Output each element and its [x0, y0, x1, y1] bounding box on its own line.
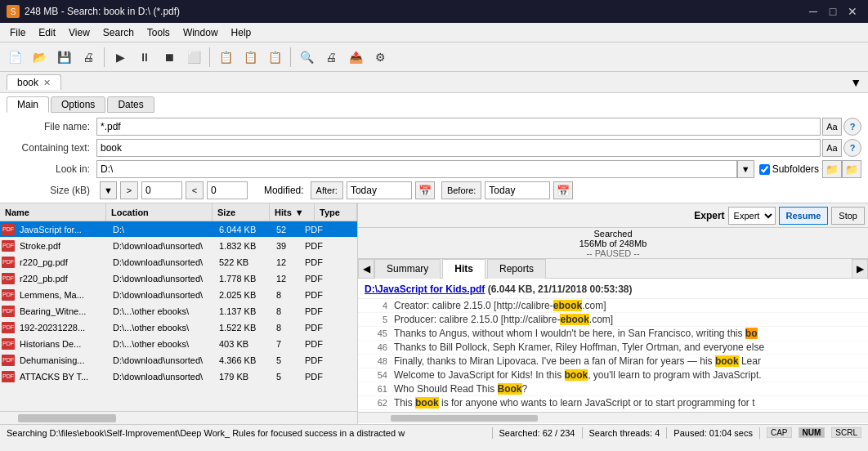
- col-header-type[interactable]: Type: [315, 203, 357, 221]
- settings-button[interactable]: ⚙: [369, 46, 391, 69]
- expert-dropdown[interactable]: Expert: [728, 207, 776, 225]
- table-row[interactable]: PDF 192-20231228... D:\...\other ebooks\…: [0, 319, 357, 336]
- table-row[interactable]: PDF Dehumanising... D:\download\unsorted…: [0, 352, 357, 368]
- play-button[interactable]: ▶: [109, 46, 132, 69]
- result-tab-left-arrow[interactable]: ◀: [358, 259, 374, 279]
- menu-edit[interactable]: Edit: [32, 25, 62, 40]
- result-line[interactable]: 48 Finally, thanks to Miran Lipovaca. I'…: [358, 355, 868, 368]
- text-help-button[interactable]: ?: [843, 139, 861, 157]
- size-lt-button[interactable]: <: [186, 181, 204, 199]
- col-header-location[interactable]: Location: [106, 203, 213, 221]
- search-tab-close[interactable]: ✕: [43, 78, 51, 88]
- size-gt-button[interactable]: >: [120, 181, 138, 199]
- search-tab-expand[interactable]: ▼: [850, 76, 861, 89]
- result-tab-summary[interactable]: Summary: [374, 259, 441, 279]
- minimize-button[interactable]: ─: [804, 3, 822, 20]
- table-row[interactable]: PDF r220_pg.pdf D:\download\unsorted\ 52…: [0, 254, 357, 270]
- table-row[interactable]: PDF r220_pb.pdf D:\download\unsorted\ 1.…: [0, 270, 357, 287]
- subfolders-label[interactable]: Subfolders: [759, 163, 819, 175]
- file-type-icon: PDF: [2, 322, 15, 333]
- new-button[interactable]: 📄: [3, 46, 26, 69]
- menu-window[interactable]: Window: [177, 25, 225, 40]
- file-name-input[interactable]: [96, 118, 821, 136]
- open-button[interactable]: 📂: [28, 46, 51, 69]
- paste2-button[interactable]: 📋: [263, 46, 286, 69]
- menu-view[interactable]: View: [62, 25, 96, 40]
- form-tab-dates[interactable]: Dates: [107, 96, 154, 113]
- print2-button[interactable]: 🖨: [320, 46, 342, 69]
- col-header-size[interactable]: Size: [213, 203, 270, 221]
- after-calendar-button[interactable]: 📅: [415, 181, 435, 199]
- result-tab-hits[interactable]: Hits: [442, 259, 485, 279]
- result-line[interactable]: 46 Thanks to Bill Pollock, Seph Kramer, …: [358, 341, 868, 355]
- result-line[interactable]: 45 Thanks to Angus, without whom I would…: [358, 327, 868, 341]
- form-tab-main[interactable]: Main: [7, 96, 49, 113]
- stop-button[interactable]: ⏹: [158, 46, 181, 69]
- subfolders-checkbox[interactable]: [759, 164, 770, 175]
- copy-button[interactable]: 📋: [214, 46, 237, 69]
- table-row[interactable]: PDF Stroke.pdf D:\download\unsorted\ 1.8…: [0, 238, 357, 254]
- col-header-name[interactable]: Name: [0, 203, 106, 221]
- browse-folder2-button[interactable]: 📁: [842, 160, 861, 178]
- result-line[interactable]: 54 Welcome to JavaScript for Kids! In th…: [358, 368, 868, 382]
- file-name-cell: Lemmens, Ma...: [16, 290, 110, 300]
- pause-button[interactable]: ⏸: [133, 46, 156, 69]
- clear-button[interactable]: ⬜: [182, 46, 205, 69]
- file-type-cell: PDF: [302, 257, 326, 267]
- num-indicator: NUM: [799, 427, 825, 438]
- resume-button[interactable]: Resume: [779, 207, 829, 225]
- table-row[interactable]: PDF Bearing_Witne... D:\...\other ebooks…: [0, 303, 357, 319]
- search-toolbar-button[interactable]: 🔍: [295, 46, 318, 69]
- look-in-input[interactable]: [96, 160, 737, 178]
- export-button[interactable]: 📤: [344, 46, 367, 69]
- scrl-indicator: SCRL: [831, 427, 861, 438]
- save-button[interactable]: 💾: [52, 46, 75, 69]
- result-line[interactable]: 5 Producer: calibre 2.15.0 [http://calib…: [358, 313, 868, 327]
- after-label[interactable]: After:: [311, 181, 343, 199]
- size-dropdown[interactable]: ▼: [100, 181, 117, 199]
- close-button[interactable]: ✕: [843, 3, 861, 20]
- result-tab-right-arrow[interactable]: ▶: [852, 259, 868, 279]
- result-tab-reports[interactable]: Reports: [487, 259, 546, 279]
- stop-button[interactable]: Stop: [831, 207, 865, 225]
- file-hits-cell: 5: [273, 355, 302, 365]
- before-date-input[interactable]: [485, 181, 550, 199]
- result-file-meta: (6.044 KB, 21/11/2018 00:53:38): [488, 284, 633, 295]
- result-scrollbar-thumb[interactable]: [391, 415, 538, 422]
- result-line[interactable]: 4 Creator: calibre 2.15.0 [http://calibr…: [358, 299, 868, 313]
- table-row[interactable]: PDF Historians De... D:\...\other ebooks…: [0, 336, 357, 352]
- scrollbar-thumb[interactable]: [18, 414, 116, 422]
- table-row[interactable]: PDF JavaScript for... D:\ 6.044 KB 52 PD…: [0, 221, 357, 238]
- browse-folder-button[interactable]: 📁: [822, 160, 842, 178]
- menu-search[interactable]: Search: [96, 25, 141, 40]
- stats-line1: Searched: [365, 229, 861, 239]
- file-help-button[interactable]: ?: [843, 118, 861, 136]
- col-header-hits[interactable]: Hits ▼: [270, 203, 315, 221]
- result-horizontal-scrollbar[interactable]: [358, 412, 868, 423]
- before-calendar-button[interactable]: 📅: [553, 181, 573, 199]
- after-date-input[interactable]: [347, 181, 412, 199]
- menu-help[interactable]: Help: [225, 25, 258, 40]
- paste-button[interactable]: 📋: [239, 46, 262, 69]
- size-min-input[interactable]: [141, 181, 182, 199]
- table-row[interactable]: PDF Lemmens, Ma... D:\download\unsorted\…: [0, 287, 357, 303]
- look-in-label: Look in:: [7, 163, 96, 175]
- text-aa-button[interactable]: Aa: [822, 139, 842, 157]
- result-line[interactable]: 61 Who Should Read This Book?: [358, 382, 868, 396]
- file-aa-button[interactable]: Aa: [822, 118, 842, 136]
- title-controls[interactable]: ─ □ ✕: [804, 3, 861, 20]
- print-button[interactable]: 🖨: [77, 46, 100, 69]
- menu-file[interactable]: File: [3, 25, 32, 40]
- containing-text-input[interactable]: [96, 139, 821, 157]
- search-tab-book[interactable]: book ✕: [7, 74, 61, 90]
- look-in-dropdown[interactable]: ▼: [737, 160, 754, 178]
- result-line[interactable]: 62 This book is for anyone who wants to …: [358, 396, 868, 410]
- result-file-path[interactable]: D:\JavaScript for Kids.pdf: [365, 284, 485, 295]
- menu-tools[interactable]: Tools: [141, 25, 177, 40]
- size-max-input[interactable]: [207, 181, 248, 199]
- file-list-horizontal-scrollbar[interactable]: [0, 411, 357, 424]
- table-row[interactable]: PDF ATTACKS BY T... D:\download\unsorted…: [0, 368, 357, 385]
- before-label[interactable]: Before:: [441, 181, 481, 199]
- maximize-button[interactable]: □: [824, 3, 842, 20]
- form-tab-options[interactable]: Options: [51, 96, 105, 113]
